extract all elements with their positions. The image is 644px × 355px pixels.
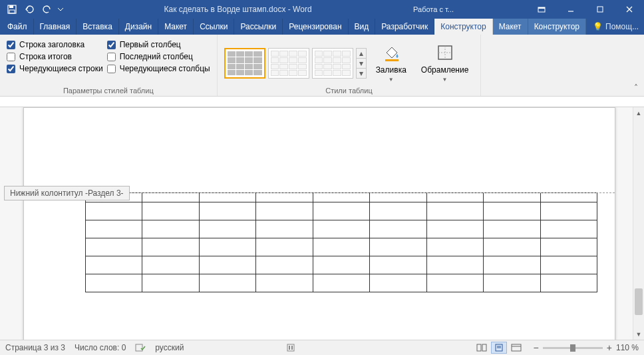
table-style-1[interactable] (224, 48, 265, 79)
collapse-ribbon-button[interactable]: ˄ (631, 83, 641, 93)
table-style-2[interactable] (268, 48, 309, 79)
scroll-track[interactable] (633, 119, 644, 328)
status-language[interactable]: русский (155, 343, 184, 352)
status-words[interactable]: Число слов: 0 (75, 343, 126, 352)
svg-rect-9 (385, 59, 399, 61)
shading-button[interactable]: Заливка ▼ (371, 39, 412, 85)
group-table-style-options: Строка заголовка Строка итогов Чередующи… (0, 35, 218, 96)
svg-rect-13 (136, 344, 142, 351)
status-bar: Страница 3 из 3 Число слов: 0 русский − … (0, 340, 644, 355)
status-page[interactable]: Страница 3 из 3 (5, 343, 65, 352)
svg-rect-18 (482, 344, 486, 351)
svg-rect-22 (512, 344, 521, 351)
maximize-button[interactable] (585, 0, 615, 18)
lightbulb-icon: 💡 (593, 22, 603, 31)
ribbon-tabs: Файл Главная Вставка Дизайн Макет Ссылки… (0, 18, 644, 35)
svg-rect-2 (9, 10, 15, 13)
scroll-up-button[interactable]: ▲ (633, 107, 644, 119)
undo-button[interactable] (21, 1, 37, 17)
scroll-down-button[interactable]: ▼ (633, 328, 644, 340)
group-label-opts: Параметры стилей таблиц (7, 85, 210, 95)
title-bar: Как сделать в Ворде штамп.docx - Word Ра… (0, 0, 644, 18)
tab-design[interactable]: Дизайн (119, 19, 158, 35)
group-table-styles: ▴▾▾ Заливка ▼ Обрамление ▼ Стили таблиц (218, 35, 482, 96)
spellcheck-icon[interactable] (135, 343, 146, 352)
ribbon: Строка заголовка Строка итогов Чередующи… (0, 35, 644, 97)
qat-customize-button[interactable] (56, 1, 65, 17)
table-style-gallery-more[interactable]: ▴▾▾ (356, 48, 367, 79)
document-title: Как сделать в Ворде штамп.docx - Word (69, 5, 406, 14)
contextual-tools-label: Работа с т... (406, 5, 460, 13)
chk-last-column[interactable]: Последний столбец (107, 52, 210, 61)
close-button[interactable] (615, 0, 644, 18)
view-buttons (474, 342, 524, 354)
save-button[interactable] (4, 1, 20, 17)
footer-section-tag[interactable]: Нижний колонтитул -Раздел 3- (4, 186, 130, 200)
paint-bucket-icon (381, 42, 402, 63)
ruler[interactable] (0, 97, 644, 107)
ribbon-display-button[interactable] (527, 0, 556, 18)
table-style-3[interactable] (312, 48, 353, 79)
svg-rect-6 (597, 7, 603, 12)
redo-button[interactable] (39, 1, 55, 17)
svg-rect-17 (477, 344, 481, 351)
group-label-styles: Стили таблиц (224, 85, 474, 95)
svg-rect-1 (9, 5, 13, 8)
vertical-scrollbar[interactable]: ▲ ▼ (633, 107, 644, 340)
svg-rect-16 (291, 346, 293, 350)
tab-review[interactable]: Рецензирован (283, 19, 348, 35)
svg-rect-4 (538, 7, 545, 9)
chk-banded-columns[interactable]: Чередующиеся столбцы (107, 64, 210, 73)
chevron-down-icon: ▼ (442, 77, 448, 83)
tell-me[interactable]: 💡 Помощ... (586, 19, 644, 35)
macro-icon[interactable] (286, 343, 295, 352)
document-area[interactable]: Нижний колонтитул -Раздел 3- (0, 107, 633, 340)
chevron-down-icon: ▼ (389, 77, 394, 83)
tab-file[interactable]: Файл (1, 19, 34, 35)
tab-table-design[interactable]: Конструктор (434, 19, 492, 35)
chk-total-row[interactable]: Строка итогов (7, 52, 103, 61)
page (23, 107, 615, 340)
view-web-button[interactable] (508, 342, 524, 354)
tab-developer[interactable]: Разработчик (375, 19, 434, 35)
borders-icon (434, 42, 456, 63)
chk-banded-rows[interactable]: Чередующиеся строки (7, 64, 103, 73)
svg-rect-14 (287, 344, 294, 351)
tab-view[interactable]: Вид (349, 19, 376, 35)
tab-insert[interactable]: Вставка (77, 19, 119, 35)
view-print-button[interactable] (491, 342, 507, 354)
window-controls (527, 0, 644, 18)
svg-rect-15 (289, 346, 290, 350)
zoom-out-button[interactable]: − (534, 342, 539, 353)
borders-button[interactable]: Обрамление ▼ (416, 39, 474, 85)
chk-header-row[interactable]: Строка заголовка (7, 40, 103, 49)
scroll-thumb[interactable] (635, 288, 643, 315)
quick-access-toolbar (0, 1, 69, 17)
tab-mailings[interactable]: Рассылки (234, 19, 283, 35)
view-read-button[interactable] (474, 342, 490, 354)
chk-first-column[interactable]: Первый столбец (107, 40, 210, 49)
tab-home[interactable]: Главная (34, 19, 77, 35)
zoom-level[interactable]: 110 % (616, 343, 639, 352)
document-table[interactable] (85, 192, 597, 292)
tab-hf-design[interactable]: Конструктор (528, 19, 586, 35)
zoom-in-button[interactable]: + (607, 342, 612, 353)
footer-tag-label: Нижний колонтитул -Раздел 3- (10, 188, 124, 198)
zoom-slider[interactable] (543, 347, 603, 349)
tab-layout[interactable]: Макет (158, 19, 194, 35)
tab-references[interactable]: Ссылки (194, 19, 234, 35)
tab-table-layout[interactable]: Макет (493, 19, 528, 35)
zoom-control: − + 110 % (534, 342, 639, 353)
minimize-button[interactable] (556, 0, 585, 18)
